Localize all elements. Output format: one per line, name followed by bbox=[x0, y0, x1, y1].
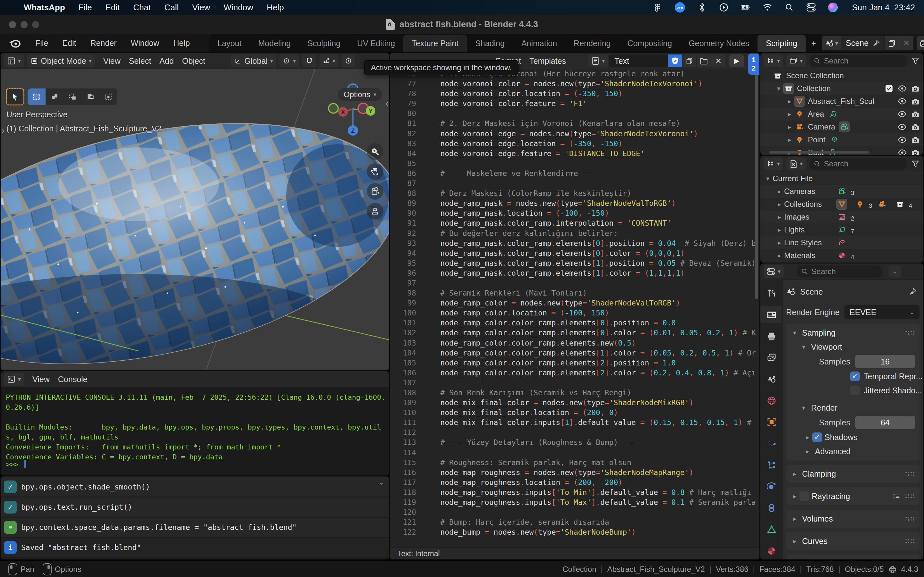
expander-icon[interactable]: ▸ bbox=[774, 213, 784, 221]
tab-geometry-nodes[interactable]: Geometry Nodes bbox=[680, 35, 758, 52]
properties-tab-physics-icon[interactable] bbox=[762, 478, 782, 495]
mode-selector[interactable]: Object Mode ▾ bbox=[27, 55, 95, 67]
panel-clamping-header[interactable]: ▸Clamping bbox=[786, 467, 919, 481]
tab-layout[interactable]: Layout bbox=[209, 35, 250, 52]
expander-icon[interactable]: ▸ bbox=[774, 226, 784, 234]
blend-file-row-images[interactable]: ▸Images2 bbox=[760, 211, 923, 223]
expander-icon[interactable]: ▸ bbox=[774, 200, 784, 208]
current-file-row[interactable]: ▾Current File bbox=[760, 172, 923, 185]
macos-menu-view[interactable]: View bbox=[192, 3, 210, 13]
blend-file-icon-button[interactable]: ▾ bbox=[787, 157, 806, 170]
macos-menu-edit[interactable]: Edit bbox=[105, 3, 120, 13]
macos-menu-call[interactable]: Call bbox=[164, 3, 179, 13]
blend-file-row-materials[interactable]: ▸Materials4 bbox=[760, 249, 923, 262]
scene-name[interactable]: Scene bbox=[846, 39, 869, 48]
menubar-clock[interactable]: Sun Jan 4 23:42 bbox=[852, 3, 915, 13]
outliner-row-abstract-fish-scul[interactable]: ▸Abstract_Fish_Scul bbox=[760, 95, 923, 108]
properties-editor-type[interactable]: ▾ bbox=[764, 265, 784, 278]
hide-render-camera-icon[interactable] bbox=[911, 97, 919, 105]
properties-tab-object-icon[interactable] bbox=[762, 414, 782, 430]
expander-icon[interactable]: ▸ bbox=[785, 123, 795, 131]
selectability-checkbox[interactable] bbox=[885, 84, 893, 93]
tab-uv-editing[interactable]: UV Editing bbox=[349, 35, 403, 52]
properties-tab-material-icon[interactable] bbox=[762, 542, 782, 559]
render-engine-dropdown[interactable]: EEVEE⌄ bbox=[845, 305, 919, 319]
checkbox[interactable]: ✓ bbox=[850, 372, 860, 381]
viewport-options-button[interactable]: Options▾ bbox=[338, 88, 382, 101]
properties-tab-output-icon[interactable] bbox=[762, 327, 782, 345]
pin-icon[interactable] bbox=[872, 39, 880, 47]
hide-render-camera-icon[interactable] bbox=[911, 85, 919, 92]
tab-animation[interactable]: Animation bbox=[513, 35, 565, 52]
fake-user-shield-button[interactable] bbox=[668, 55, 682, 67]
macos-menu-window[interactable]: Window bbox=[224, 3, 253, 13]
breadcrumb[interactable]: Scene bbox=[800, 287, 823, 297]
hide-viewport-eye-icon[interactable] bbox=[898, 149, 907, 155]
outliner-row-collection[interactable]: ▾Collection bbox=[760, 82, 923, 95]
blender-logo-icon[interactable] bbox=[8, 38, 21, 48]
blend-file-row-cameras[interactable]: ▸Cameras3 bbox=[760, 185, 923, 198]
horizontal-scrollbar[interactable] bbox=[769, 151, 869, 153]
console-menu-console[interactable]: Console bbox=[58, 375, 87, 384]
sampling-panel-header[interactable]: ▾Sampling bbox=[786, 326, 919, 340]
pivot-selector[interactable]: ▾ bbox=[279, 55, 299, 67]
expander-icon[interactable]: ▾ bbox=[774, 85, 783, 92]
checkbox[interactable]: ✓ bbox=[813, 432, 822, 442]
viewport-menu-object[interactable]: Object bbox=[182, 56, 205, 66]
tab-texture-paint[interactable]: Texture Paint bbox=[403, 35, 467, 52]
properties-tab-world-icon[interactable] bbox=[762, 392, 782, 409]
unlink-scene-button[interactable]: ✕ bbox=[899, 36, 913, 50]
expander-icon[interactable]: ▸ bbox=[785, 110, 795, 118]
select-box-subtract-button[interactable] bbox=[63, 89, 81, 105]
figma-icon[interactable] bbox=[653, 3, 662, 12]
render-samples-field[interactable]: 64 bbox=[855, 416, 915, 429]
chevron-down-icon[interactable]: ⌄ bbox=[378, 477, 384, 487]
outliner-row-point[interactable]: ▸Point bbox=[760, 133, 923, 146]
region-collapse-right-icon[interactable]: ‹ bbox=[385, 98, 389, 109]
panel-raytracing-header[interactable]: ▸Raytracing∶≡ bbox=[786, 489, 919, 503]
outliner-search-input[interactable]: Search bbox=[809, 55, 907, 67]
control-center-icon[interactable] bbox=[806, 3, 816, 12]
pin-icon[interactable] bbox=[909, 287, 917, 296]
select-box-extend-button[interactable] bbox=[45, 89, 63, 105]
info-log-row[interactable]: ✓bpy.ops.object.shade_smooth() bbox=[1, 477, 389, 496]
select-box-intersect-button[interactable] bbox=[99, 89, 118, 105]
filter-funnel-icon[interactable] bbox=[911, 57, 919, 65]
outliner-row-camera[interactable]: ▸Camera bbox=[760, 121, 923, 133]
scrollbar[interactable] bbox=[755, 75, 758, 299]
tab-shading[interactable]: Shading bbox=[467, 35, 513, 52]
properties-tab-scene-icon[interactable] bbox=[762, 371, 782, 388]
copy-datablock-button[interactable] bbox=[682, 55, 696, 67]
panel-volumes-header[interactable]: ▸Volumes bbox=[786, 512, 919, 526]
info-log-row[interactable]: iSaved "abstract fish.blend" bbox=[1, 538, 389, 557]
spotlight-icon[interactable] bbox=[784, 3, 794, 12]
hide-viewport-eye-icon[interactable] bbox=[898, 123, 907, 131]
hide-render-camera-icon[interactable] bbox=[911, 149, 919, 155]
render-subpanel-header[interactable]: ▾Render bbox=[786, 401, 919, 415]
select-box-invert-button[interactable] bbox=[81, 89, 99, 105]
orientation-selector[interactable]: Global ▾ bbox=[231, 55, 276, 67]
blend-file-row-line-styles[interactable]: ▸Line Styles bbox=[760, 236, 923, 249]
viewlayer-selector[interactable]: ▾ ViewLayer ✕ bbox=[917, 36, 924, 50]
run-script-button[interactable]: ▶ bbox=[729, 55, 744, 67]
scene-browse-icon[interactable]: ▾ bbox=[822, 36, 841, 50]
blend-file-row-lights[interactable]: ▸Lights7 bbox=[760, 223, 923, 236]
tweak-tool-button[interactable] bbox=[6, 88, 24, 105]
expander-icon[interactable]: ▸ bbox=[785, 97, 795, 105]
viewport-samples-field[interactable]: 16 bbox=[855, 355, 915, 368]
outliner2-display-mode[interactable]: ▾ bbox=[764, 157, 783, 170]
blender-menu-window[interactable]: Window bbox=[131, 39, 159, 48]
gizmo-minus-x[interactable] bbox=[328, 103, 338, 113]
text-menu-templates[interactable]: Templates bbox=[529, 56, 566, 66]
tab-modeling[interactable]: Modeling bbox=[250, 35, 299, 52]
expander-icon[interactable]: ▸ bbox=[774, 239, 784, 247]
blender-menu-file[interactable]: File bbox=[35, 39, 48, 48]
viewport-menu-add[interactable]: Add bbox=[160, 56, 174, 66]
expander-icon[interactable]: ▸ bbox=[774, 187, 784, 195]
region-expand-left-icon[interactable]: › bbox=[1, 125, 5, 136]
outliner-row-scene-collection[interactable]: Scene Collection bbox=[760, 69, 923, 82]
grid-view-icon[interactable] bbox=[367, 203, 383, 219]
new-scene-button[interactable] bbox=[885, 36, 899, 50]
add-workspace-button[interactable]: + bbox=[806, 35, 822, 52]
tab-scripting[interactable]: Scripting bbox=[758, 35, 805, 52]
